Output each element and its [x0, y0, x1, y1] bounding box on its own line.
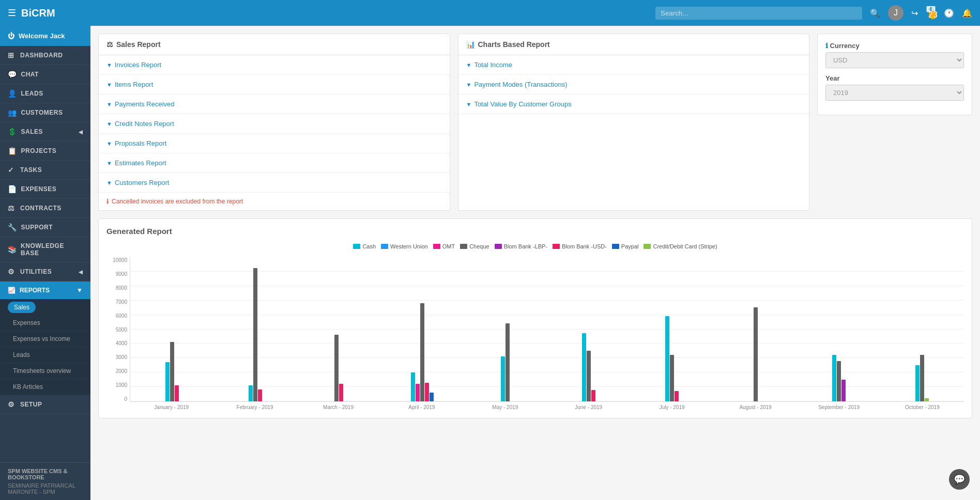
x-label: October - 2019: [881, 402, 964, 410]
items-report-item[interactable]: ▼ Items Report: [99, 75, 450, 95]
bell-icon[interactable]: 🔔: [962, 8, 972, 18]
y-label-5000: 5000: [106, 327, 127, 333]
company-sub: SEMINAIRE PATRIARCAL MARONITE - SPM: [8, 482, 83, 495]
sidebar-item-contracts[interactable]: ⚖ CONTRACTS: [0, 199, 90, 218]
sidebar-sub-timesheets[interactable]: Timesheets overview: [0, 363, 90, 379]
sidebar-item-setup[interactable]: ⚙ SETUP: [0, 395, 90, 414]
company-name: SPM WEBSITE CMS & BOOKSTORE: [8, 468, 83, 480]
sidebar-sub-kb[interactable]: KB Articles: [0, 379, 90, 395]
currency-select[interactable]: USD: [825, 52, 964, 68]
menu-icon[interactable]: ☰: [8, 7, 16, 19]
expenses-icon: 📄: [8, 185, 17, 193]
y-label-9000: 9000: [106, 271, 127, 277]
arrow-icon: ▼: [106, 101, 112, 107]
bar: [915, 365, 920, 401]
knowledge-label: KNOWLEDGE BASE: [21, 242, 83, 257]
brand-name: BiCRM: [21, 7, 655, 19]
sidebar-item-tasks[interactable]: ✓ TASKS: [0, 161, 90, 180]
bar: [430, 393, 434, 401]
bar: [170, 342, 174, 401]
clock-icon[interactable]: 🕐: [944, 8, 954, 18]
generated-report-section: Generated Report CashWestern UnionOMTChe…: [98, 218, 972, 418]
bar: [675, 391, 679, 401]
legend-item: Cash: [353, 243, 376, 249]
dashboard-label: DASHBOARD: [20, 52, 63, 59]
sales-label: SALES: [21, 128, 43, 135]
sidebar-sub-expenses[interactable]: Expenses: [0, 315, 90, 331]
legend-item: OMT: [433, 243, 455, 249]
sales-panel-title: Sales Report: [116, 40, 161, 49]
sidebar-sub-leads[interactable]: Leads: [0, 347, 90, 363]
credit-notes-item[interactable]: ▼ Credit Notes Report: [99, 114, 450, 134]
sales-sub-btn[interactable]: Sales: [8, 302, 36, 313]
cancelled-notice: ℹ Cancelled invoices are excluded from t…: [99, 193, 450, 210]
total-income-item[interactable]: ▼ Total Income: [458, 55, 809, 75]
contracts-label: CONTRACTS: [20, 205, 62, 212]
utilities-arrow: ◀: [79, 269, 83, 275]
sidebar-item-support[interactable]: 🔧 SUPPORT: [0, 218, 90, 237]
year-select[interactable]: 2019: [825, 85, 964, 101]
legend-item: Cheque: [460, 243, 489, 249]
search-input[interactable]: [655, 7, 862, 20]
month-group: [797, 355, 880, 401]
sidebar-item-utilities[interactable]: ⚙ UTILITIES ◀: [0, 262, 90, 282]
reports-arrow: ▼: [76, 287, 83, 294]
share-icon[interactable]: ↪: [911, 8, 918, 18]
x-label: September - 2019: [797, 402, 880, 410]
items-label: Items Report: [115, 81, 153, 88]
expenses-label: EXPENSES: [21, 185, 57, 193]
estimates-report-item[interactable]: ▼ Estimates Report: [99, 153, 450, 173]
proposals-label: Proposals Report: [115, 139, 166, 147]
tasks-label: TASKS: [20, 166, 42, 174]
sidebar-item-reports[interactable]: 📈 REPORTS ▼: [0, 282, 90, 299]
arrow-icon: ▼: [466, 82, 472, 88]
sidebar-item-sales[interactable]: 💲 SALES ◀: [0, 122, 90, 142]
sidebar-item-leads[interactable]: 👤 LEADS: [0, 84, 90, 103]
bar: [582, 333, 586, 401]
arrow-icon: ▼: [466, 101, 472, 107]
power-icon[interactable]: ⏻: [8, 32, 14, 40]
invoices-report-item[interactable]: ▼ Invoices Report: [99, 55, 450, 75]
bar: [249, 385, 253, 401]
arrow-icon: ▼: [106, 140, 112, 147]
sidebar-item-dashboard[interactable]: ⊞ DASHBOARD: [0, 46, 90, 65]
sales-arrow: ◀: [79, 129, 83, 135]
arrow-icon: ▼: [466, 62, 472, 68]
generated-report-title: Generated Report: [106, 227, 964, 236]
payments-received-item[interactable]: ▼ Payments Received: [99, 95, 450, 114]
y-label-7000: 7000: [106, 299, 127, 305]
payment-modes-item[interactable]: ▼ Payment Modes (Transactions): [458, 75, 809, 95]
sidebar-item-expenses[interactable]: 📄 EXPENSES: [0, 180, 90, 199]
x-label: August - 2019: [714, 402, 797, 410]
bar: [420, 303, 424, 401]
sidebar-item-projects[interactable]: 📋 PROJECTS: [0, 142, 90, 161]
sidebar-item-customers[interactable]: 👥 CUSTOMERS: [0, 103, 90, 122]
currency-label: ℹ Currency: [825, 42, 964, 50]
total-value-item[interactable]: ▼ Total Value By Customer Groups: [458, 95, 809, 114]
setup-label: SETUP: [20, 401, 42, 408]
y-label-8000: 8000: [106, 285, 127, 291]
y-label-1000: 1000: [106, 382, 127, 388]
month-group: [631, 316, 714, 401]
legend-item: Western Union: [381, 243, 428, 249]
arrow-icon: ▼: [106, 160, 112, 166]
chat-bubble[interactable]: 💬: [949, 469, 970, 490]
chart-area: [130, 257, 964, 402]
y-label-10000: 10000: [106, 257, 127, 263]
bar: [841, 380, 846, 401]
customers-report-item[interactable]: ▼ Customers Report: [99, 173, 450, 193]
notifications-icon[interactable]: 📧 23: [926, 4, 936, 22]
bar: [334, 335, 339, 401]
sidebar-sub-expenses-income[interactable]: Expenses vs Income: [0, 331, 90, 347]
user-avatar[interactable]: J: [888, 5, 904, 21]
proposals-report-item[interactable]: ▼ Proposals Report: [99, 134, 450, 153]
dashboard-icon: ⊞: [8, 51, 16, 59]
sidebar-header: ⏻ Welcome Jack: [0, 26, 90, 46]
invoices-label: Invoices Report: [115, 61, 161, 69]
y-label-6000: 6000: [106, 313, 127, 319]
y-label-2000: 2000: [106, 368, 127, 374]
sidebar-item-knowledge[interactable]: 📚 KNOWLEDGE BASE: [0, 237, 90, 262]
sidebar-item-chat[interactable]: 💬 CHAT: [0, 65, 90, 84]
x-label: April - 2019: [380, 402, 463, 410]
search-icon[interactable]: 🔍: [870, 8, 880, 18]
